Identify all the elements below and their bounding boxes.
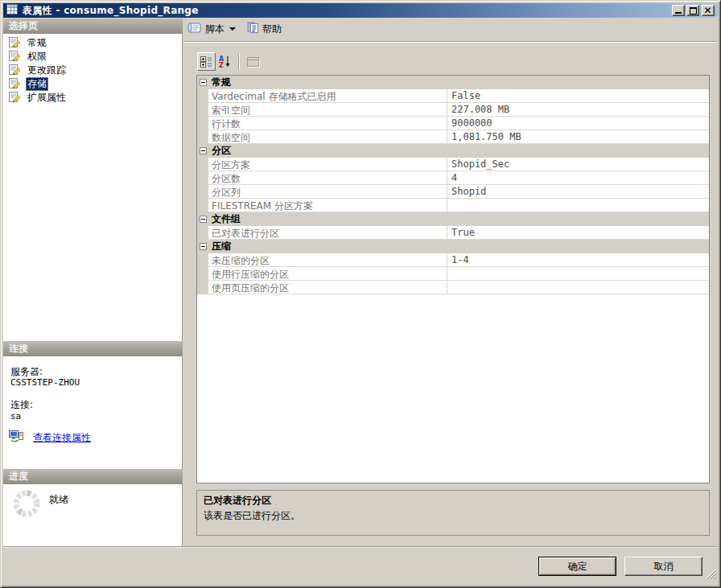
grid-property-value[interactable]: 1-4 <box>447 253 709 267</box>
grid-property-value[interactable] <box>447 199 709 212</box>
footer-divider <box>3 546 718 548</box>
grid-property-row[interactable]: 索引空间227.008 MB <box>197 103 709 117</box>
grid-category-row[interactable]: 文件组 <box>197 212 709 226</box>
grid-property-value[interactable]: Shopid_Sec <box>447 158 709 171</box>
grid-property-label: Vardecimal 存储格式已启用 <box>208 89 447 103</box>
collapse-minus-icon[interactable] <box>200 147 207 154</box>
view-connection-properties-link[interactable]: 查看连接属性 <box>33 431 91 445</box>
grid-property-value[interactable]: 227.008 MB <box>447 103 709 117</box>
cancel-button[interactable]: 取消 <box>624 557 702 576</box>
grid-property-label: FILESTREAM 分区方案 <box>208 199 447 212</box>
grid-category-label: 文件组 <box>212 212 241 226</box>
grid-property-label: 索引空间 <box>208 103 447 117</box>
grid-gutter <box>197 130 208 144</box>
grid-property-row[interactable]: Vardecimal 存储格式已启用False <box>197 89 709 103</box>
sidebar-item[interactable]: 常规 <box>3 36 182 50</box>
grid-category-row[interactable]: 压缩 <box>197 240 709 253</box>
maximize-icon <box>690 7 697 14</box>
resize-grip[interactable] <box>706 569 716 582</box>
select-page-header: 选择页 <box>3 19 183 34</box>
grid-property-label: 分区方案 <box>208 158 447 171</box>
sidebar-item[interactable]: 扩展属性 <box>3 91 182 105</box>
grid-property-row[interactable]: 分区方案Shopid_Sec <box>197 158 709 171</box>
grid-property-label: 已对表进行分区 <box>208 226 447 240</box>
sidebar-item[interactable]: 权限 <box>3 50 182 64</box>
connection-label: 连接: <box>10 398 33 412</box>
grid-property-value[interactable] <box>447 267 709 281</box>
grid-gutter <box>197 103 208 117</box>
grid-property-row[interactable]: 分区数4 <box>197 171 709 185</box>
grid-gutter <box>197 185 208 199</box>
script-dropdown-arrow-icon <box>229 27 236 31</box>
grid-gutter <box>197 253 208 267</box>
window-title: 表属性 - consume_Shopid_Range <box>23 4 199 18</box>
sidebar-item-label: 扩展属性 <box>26 91 68 105</box>
categorized-button[interactable] <box>197 52 216 71</box>
ok-button[interactable]: 确定 <box>538 557 616 576</box>
grid-property-value[interactable]: 1,081.750 MB <box>447 130 709 144</box>
grid-property-row[interactable]: 使用页压缩的分区 <box>197 281 709 294</box>
property-description-panel: 已对表进行分区 该表是否已进行分区。 <box>196 490 710 536</box>
grid-property-row[interactable]: 分区列Shopid <box>197 185 709 199</box>
property-pages-button[interactable] <box>244 52 262 71</box>
grid-gutter <box>197 158 208 171</box>
main-toolbar: 脚本 帮助 <box>183 18 717 40</box>
collapse-minus-icon[interactable] <box>200 243 207 250</box>
property-pages-icon <box>246 56 260 68</box>
grid-gutter <box>197 226 208 240</box>
sidebar-item-label: 权限 <box>26 50 48 64</box>
sidebar-item-label: 存储 <box>26 77 48 91</box>
property-grid[interactable]: 常规Vardecimal 存储格式已启用False索引空间227.008 MB行… <box>196 75 710 483</box>
grid-property-value[interactable] <box>447 281 709 294</box>
grid-category-row[interactable]: 分区 <box>197 144 709 158</box>
alphabetical-sort-button[interactable]: A Z <box>216 52 234 71</box>
grid-property-row[interactable]: 已对表进行分区True <box>197 226 709 240</box>
help-button[interactable]: 帮助 <box>244 19 285 39</box>
collapse-minus-icon[interactable] <box>200 79 207 86</box>
page-pencil-icon <box>9 92 21 105</box>
grid-gutter <box>197 171 208 185</box>
grid-property-value[interactable]: 9000000 <box>447 117 709 130</box>
grid-property-row[interactable]: FILESTREAM 分区方案 <box>197 199 709 212</box>
close-button[interactable] <box>702 5 715 16</box>
grid-property-value[interactable]: True <box>447 226 709 240</box>
grid-gutter <box>197 267 208 281</box>
maximize-button[interactable] <box>686 5 699 16</box>
grid-property-value[interactable]: Shopid <box>447 185 709 199</box>
page-pencil-icon <box>9 78 21 91</box>
grid-property-value[interactable]: False <box>447 89 709 103</box>
grid-property-row[interactable]: 未压缩的分区1-4 <box>197 253 709 267</box>
grid-property-label: 行计数 <box>208 117 447 130</box>
grid-property-label: 分区数 <box>208 171 447 185</box>
collapse-minus-icon[interactable] <box>200 216 207 223</box>
script-label: 脚本 <box>205 23 225 36</box>
minimize-button[interactable] <box>672 5 685 16</box>
sidebar-item-label: 常规 <box>26 36 48 50</box>
grid-property-row[interactable]: 数据空间1,081.750 MB <box>197 130 709 144</box>
page-pencil-icon <box>9 37 21 50</box>
progress-panel: 就绪 <box>3 484 183 548</box>
grid-property-value[interactable]: 4 <box>447 171 709 185</box>
grid-category-label: 常规 <box>212 76 231 89</box>
help-label: 帮助 <box>262 23 282 36</box>
grid-category-label: 分区 <box>212 144 231 158</box>
grid-gutter <box>197 117 208 130</box>
minimize-icon <box>675 12 682 14</box>
script-icon <box>187 22 202 36</box>
script-button[interactable]: 脚本 <box>183 19 239 39</box>
grid-property-row[interactable]: 使用行压缩的分区 <box>197 267 709 281</box>
grid-property-row[interactable]: 行计数9000000 <box>197 117 709 130</box>
progress-spinner-icon <box>11 488 42 521</box>
toolbar-divider <box>183 41 717 43</box>
grid-category-label: 压缩 <box>212 240 231 253</box>
server-name: CSSTSTEP-ZHOU <box>10 377 80 388</box>
connection-user: sa <box>10 411 21 421</box>
grid-category-row[interactable]: 常规 <box>197 76 709 89</box>
grid-gutter <box>197 199 208 212</box>
connection-properties-icon <box>9 430 25 446</box>
title-bar[interactable]: 表属性 - consume_Shopid_Range <box>3 3 718 18</box>
sidebar-item[interactable]: 更改跟踪 <box>3 64 182 77</box>
help-icon <box>247 22 259 36</box>
sidebar-item[interactable]: 存储 <box>3 77 182 91</box>
page-pencil-icon <box>9 64 21 77</box>
